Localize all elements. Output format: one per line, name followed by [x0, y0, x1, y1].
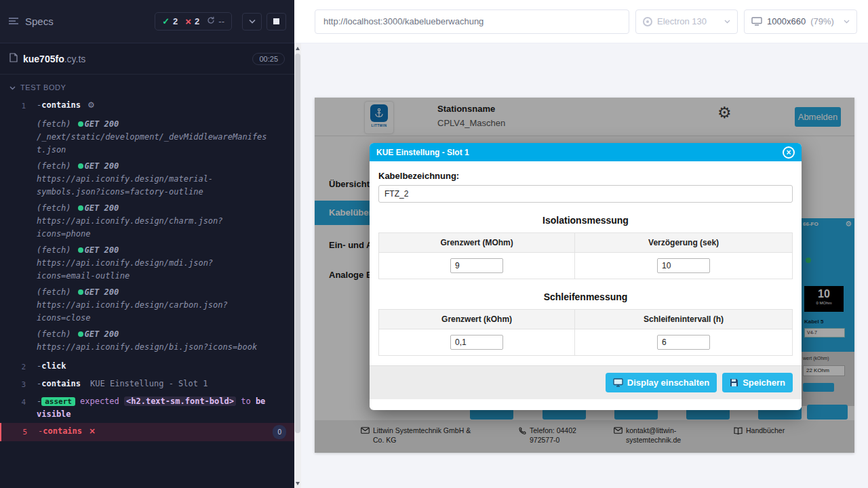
fetch-body: (fetch)GET 200/_next/static/development/… — [37, 118, 294, 157]
modal-header: KUE Einstellung - Slot 1 × — [370, 143, 802, 161]
specs-title[interactable]: Specs — [25, 16, 54, 27]
isolation-delay-input[interactable] — [657, 258, 710, 273]
app-under-test: LITTWIN Stationsname CPLV4_Maschen ⚙ Abm… — [315, 98, 854, 453]
modal-title: KUE Einstellung - Slot 1 — [376, 148, 469, 157]
assert-message: expected — [80, 396, 119, 406]
fetch-log-entry[interactable]: (fetch)GET 200https://api.iconify.design… — [0, 328, 294, 354]
command-number: 5 — [1, 425, 38, 439]
command-number — [0, 286, 37, 287]
command-number — [0, 202, 37, 203]
command-contains-3[interactable]: 3 -containsKUE Einstellung - Slot 1 — [0, 375, 294, 393]
fetch-log-entry[interactable]: (fetch)GET 200https://api.iconify.design… — [0, 160, 294, 199]
stop-button[interactable] — [267, 13, 286, 30]
test-body-label: TEST BODY — [20, 83, 66, 92]
isolation-table: Grenzwert (MOhm) Verzögerung (sek) — [378, 232, 793, 279]
fetch-log-entry[interactable]: (fetch)GET 200https://api.iconify.design… — [0, 202, 294, 241]
command-assert[interactable]: 4 -assertexpected <h2.text-sm.font-bold>… — [0, 393, 294, 423]
monitor-icon — [751, 17, 762, 26]
fetch-url: /_next/static/development/_devMiddleware… — [37, 131, 273, 157]
screen: Specs ✓ 2 × 2 -- — [0, 0, 868, 488]
fetch-url: https://api.iconify.design/carbon.json? … — [37, 299, 273, 325]
fetch-label: (fetch) — [37, 161, 71, 171]
cross-icon: × — [185, 17, 191, 26]
command-number: 1 — [0, 99, 37, 113]
loop-interval-cell — [575, 329, 793, 356]
command-number: 4 — [0, 395, 37, 409]
status-dot-icon — [78, 163, 83, 169]
isolation-limit-input[interactable] — [450, 258, 503, 273]
command-body: -contains⚙ — [37, 99, 294, 112]
display-on-button[interactable]: Display einschalten — [606, 373, 717, 392]
scroll-up-arrow[interactable] — [294, 43, 301, 53]
pending-stat: -- — [207, 16, 224, 26]
fetch-log-entry[interactable]: (fetch)GET 200https://api.iconify.design… — [0, 286, 294, 325]
fail-x-icon: × — [89, 426, 96, 436]
command-contains-failed[interactable]: 5 -contains× 0 — [0, 423, 294, 441]
fetch-label: (fetch) — [37, 203, 71, 213]
save-label: Speichern — [743, 378, 785, 388]
cable-name-input[interactable] — [378, 185, 793, 203]
spec-name: kue705fo — [23, 54, 64, 64]
status-dot-icon — [78, 205, 83, 211]
browser-selector[interactable]: Electron 130 — [635, 9, 738, 34]
command-click[interactable]: 2 -click — [0, 358, 294, 375]
save-button[interactable]: Speichern — [722, 373, 793, 392]
status-dot-icon — [78, 247, 83, 253]
status-dot-icon — [78, 289, 83, 295]
fetch-label: (fetch) — [37, 245, 71, 255]
loop-interval-input[interactable] — [657, 335, 710, 350]
status-dot-icon — [78, 331, 83, 337]
viewport-zoom: (79%) — [810, 16, 834, 26]
url-input[interactable]: http://localhost:3000/kabelueberwachung — [315, 9, 629, 34]
display-on-label: Display einschalten — [627, 378, 709, 388]
fetch-label: (fetch) — [37, 119, 71, 129]
loop-section-title: Schleifenmessung — [378, 291, 793, 302]
cable-name-label: Kabelbezeichnung: — [378, 171, 793, 181]
scrollbar[interactable] — [294, 43, 301, 488]
spec-timer: 00:25 — [252, 53, 285, 65]
fetch-label: (fetch) — [37, 329, 71, 339]
spec-extension: .cy.ts — [64, 54, 86, 64]
scroll-down-arrow[interactable] — [294, 479, 301, 488]
aut-panel: http://localhost:3000/kabelueberwachung … — [294, 0, 868, 488]
assert-badge: assert — [41, 397, 75, 406]
fetch-status: GET 200 — [85, 203, 119, 213]
fetch-log-entry[interactable]: (fetch)GET 200/_next/static/development/… — [0, 118, 294, 157]
isolation-delay-cell — [575, 253, 793, 279]
aut-background: LITTWIN Stationsname CPLV4_Maschen ⚙ Abm… — [294, 43, 868, 488]
loop-limit-input[interactable] — [450, 335, 503, 350]
modal-body: Kabelbezeichnung: Isolationsmessung Gren… — [370, 161, 802, 356]
triangle-up-icon — [296, 47, 300, 50]
viewport-size: 1000x660 — [767, 16, 806, 26]
viewport-selector[interactable]: 1000x660 (79%) — [744, 9, 857, 34]
pending-count: -- — [218, 16, 224, 26]
chevron-down-icon — [9, 83, 16, 92]
save-icon — [730, 378, 738, 387]
check-icon: ✓ — [162, 16, 170, 26]
fetch-status: GET 200 — [85, 161, 119, 171]
command-number: 3 — [0, 378, 37, 391]
fetch-body: (fetch)GET 200https://api.iconify.design… — [37, 202, 294, 241]
command-number — [0, 328, 37, 329]
specs-menu-icon[interactable] — [8, 16, 19, 28]
assert-message: to — [241, 396, 250, 406]
fetch-url: https://api.iconify.design/material- sym… — [37, 173, 273, 199]
command-argument: KUE Einstellung - Slot 1 — [90, 379, 208, 388]
command-contains-1[interactable]: 1 -contains⚙ — [0, 97, 294, 115]
spec-file-row[interactable]: kue705fo .cy.ts 00:25 — [0, 43, 294, 75]
close-icon[interactable]: × — [783, 146, 795, 159]
children-count-badge: 0 — [273, 425, 286, 439]
fetch-body: (fetch)GET 200https://api.iconify.design… — [37, 244, 294, 283]
isolation-section-title: Isolationsmessung — [378, 215, 793, 226]
scrollbar-thumb[interactable] — [295, 54, 300, 433]
test-body-toggle[interactable]: TEST BODY — [0, 75, 294, 95]
fetch-url: https://api.iconify.design/bi.json?icons… — [37, 341, 273, 354]
browser-url-bar: http://localhost:3000/kabelueberwachung … — [294, 0, 868, 43]
loop-table: Grenzwert (kOhm) Schleifenintervall (h) — [378, 309, 793, 356]
fetch-log-entry[interactable]: (fetch)GET 200https://api.iconify.design… — [0, 244, 294, 283]
fetch-body: (fetch)GET 200https://api.iconify.design… — [37, 328, 294, 354]
collapse-runs-button[interactable] — [242, 13, 262, 30]
command-number — [0, 160, 37, 161]
cypress-reporter: Specs ✓ 2 × 2 -- — [0, 0, 294, 488]
fetch-url: https://api.iconify.design/charm.json? i… — [37, 215, 273, 241]
